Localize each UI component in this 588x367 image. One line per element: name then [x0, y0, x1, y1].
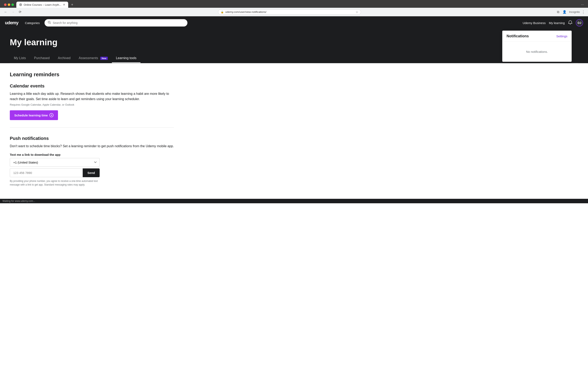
plus-circle-icon: + — [49, 113, 53, 117]
incognito-label: Incognito — [569, 10, 580, 13]
avatar[interactable]: DJ — [576, 19, 583, 26]
minimize-button[interactable] — [8, 3, 10, 6]
browser-menu-button[interactable]: ⋯ — [579, 2, 586, 7]
maximize-button[interactable] — [11, 3, 14, 6]
extensions-button[interactable]: ⧉ — [556, 9, 560, 15]
sms-note: By providing your phone number, you agre… — [10, 179, 100, 187]
notification-dropdown: Notifications Settings No notifications. — [502, 31, 572, 62]
push-notifications-title: Push notifications — [10, 136, 174, 141]
browser-more-button[interactable]: ⋮ — [581, 10, 585, 14]
push-notifications-description: Don't want to schedule time blocks? Set … — [10, 143, 174, 149]
tab-favicon — [19, 3, 22, 6]
search-input[interactable] — [53, 21, 184, 25]
bookmark-icon[interactable]: ☆ — [356, 10, 358, 14]
search-bar — [44, 19, 187, 26]
close-button[interactable] — [4, 3, 7, 6]
country-select[interactable]: +1 (United States) — [10, 158, 100, 167]
search-icon — [48, 21, 51, 25]
tab-my-lists[interactable]: My Lists — [10, 54, 30, 63]
udemy-business-link[interactable]: Udemy Business — [523, 21, 546, 25]
status-message: Waiting for www.udemy.com... — [2, 200, 35, 202]
phone-row: Send — [10, 168, 100, 177]
back-button[interactable]: ← — [3, 9, 9, 15]
tab-purchased[interactable]: Purchased — [30, 54, 54, 63]
calendar-events-section: Calendar events Learning a little each d… — [10, 83, 174, 120]
main-content: Learning reminders Calendar events Learn… — [0, 63, 184, 199]
lock-icon: 🔒 — [221, 11, 224, 13]
notifications-empty-message: No notifications. — [526, 50, 548, 53]
tab-title: Online Courses – Learn Anyth... — [24, 3, 61, 6]
profile-icon[interactable]: 👤 — [562, 9, 567, 15]
main-nav-tabs: My Lists Purchased Archived Assessments … — [10, 54, 578, 63]
notifications-settings-link[interactable]: Settings — [556, 34, 567, 38]
tab-close-icon[interactable]: ✕ — [63, 3, 65, 6]
categories-button[interactable]: Categories — [23, 20, 42, 25]
calendar-events-title: Calendar events — [10, 83, 174, 89]
text-me-label: Text me a link to download the app — [10, 153, 174, 156]
udemy-logo[interactable]: udemy — [5, 20, 18, 25]
svg-point-0 — [19, 3, 22, 6]
section-title: Learning reminders — [10, 71, 174, 78]
notifications-title: Notifications — [507, 34, 529, 38]
schedule-learning-time-button[interactable]: Schedule learning time + — [10, 110, 58, 120]
tab-archived[interactable]: Archived — [54, 54, 75, 63]
tab-assessments[interactable]: Assessments New — [75, 54, 112, 63]
address-bar-input[interactable] — [225, 10, 354, 13]
section-divider — [10, 127, 174, 128]
phone-input[interactable] — [10, 168, 83, 177]
status-bar: Waiting for www.udemy.com... — [0, 199, 588, 203]
tab-learning-tools[interactable]: Learning tools — [112, 54, 141, 63]
send-button[interactable]: Send — [83, 168, 100, 177]
push-notifications-section: Push notifications Don't want to schedul… — [10, 136, 174, 187]
reload-button[interactable]: ⟳ — [17, 9, 23, 15]
assessments-badge: New — [100, 57, 108, 60]
calendar-events-note: Requires Google Calendar, Apple Calendar… — [10, 103, 174, 106]
forward-button[interactable]: → — [10, 9, 16, 15]
page-title: My learning — [10, 38, 578, 47]
new-tab-button[interactable]: + — [69, 2, 75, 8]
notification-bell-icon[interactable] — [568, 20, 572, 26]
calendar-events-description: Learning a little each day adds up. Rese… — [10, 91, 174, 101]
my-learning-link[interactable]: My learning — [549, 21, 565, 25]
